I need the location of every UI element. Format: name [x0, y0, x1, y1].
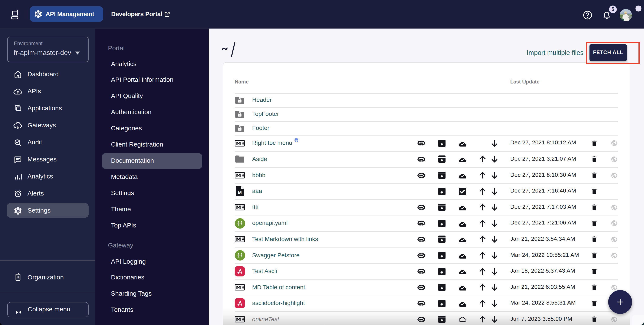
- svg-text:M: M: [238, 190, 242, 195]
